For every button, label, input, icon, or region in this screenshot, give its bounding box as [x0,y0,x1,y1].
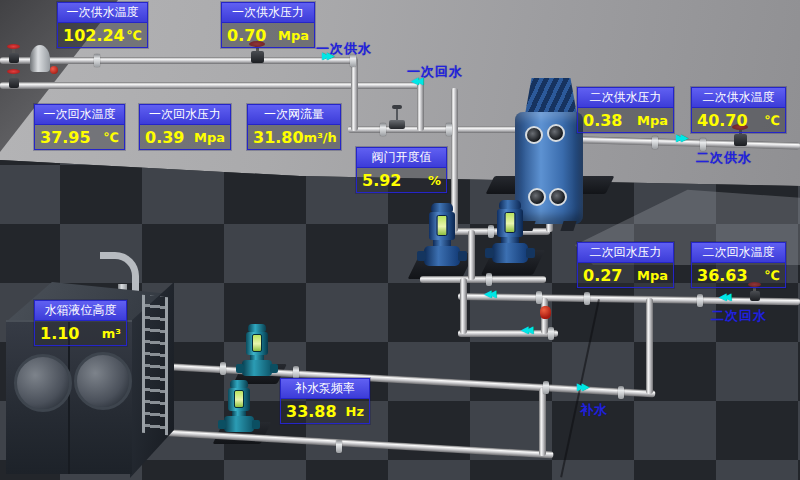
flow-arrow-right-icon: ▶▶ [577,381,589,392]
flow-arrow-right-icon: ▶▶ [676,132,688,143]
label-title: 一次网流量 [248,105,340,125]
label-value: 5.92 [362,171,401,190]
pipe-flange [584,292,590,305]
label-value-row: 1.10m³ [35,321,126,345]
valve-body [9,53,19,63]
sensor-label-secondary-return-temp: 二次回水温度 36.63℃ [691,242,786,288]
label-unit: Mpa [637,268,668,283]
pump-indicator-window [234,390,244,408]
flow-arrow-left-icon: ◀◀ [484,288,496,299]
pump-volute [492,243,528,263]
pump-indicator-window [505,212,516,233]
sensor-label-primary-return-pressure: 一次回水压力 0.39Mpa [139,104,231,150]
label-unit: Mpa [194,130,225,145]
label-unit: m³ [102,326,121,341]
pipe-primary-return [0,82,424,89]
pipe-primary-supply [0,57,358,64]
flow-arrow-left-icon: ◀◀ [521,324,533,335]
circulation-pump-1[interactable] [424,203,460,266]
label-value-row: 5.92% [357,168,446,192]
pipe-makeup-riser [646,298,653,394]
hx-port [525,126,543,144]
label-title: 一次供水压力 [222,3,314,23]
label-value: 36.63 [697,266,748,285]
hx-port [549,188,567,206]
shutoff-valve[interactable] [7,69,20,88]
label-value-row: 0.27Mpa [578,263,673,287]
hmi-scene: ▶▶ ◀◀ ▶▶ ◀◀ ◀◀ ◀◀ ▶▶ [0,0,800,480]
label-value-row: 36.63℃ [692,263,785,287]
tank-manhole [74,352,132,410]
control-valve-stem [396,109,398,120]
pressure-gauge-icon [50,66,58,74]
pipe-flange [618,386,624,399]
label-title: 一次回水温度 [35,105,124,125]
valve-body [750,291,760,301]
label-value: 0.38 [583,111,622,130]
flow-arrow-left-icon: ◀◀ [719,291,731,302]
label-title: 水箱液位高度 [35,301,126,321]
pump-motor [228,388,250,411]
makeup-pump-1[interactable] [242,324,272,376]
pipe-flange [94,54,100,67]
valve-body [734,134,747,146]
label-title: 补水泵频率 [281,379,369,399]
pipe-flange [697,294,703,307]
pipe-flange [220,362,226,375]
valve-body [251,51,264,63]
pipe-riser [460,278,467,334]
label-unit: ℃ [764,113,780,128]
label-unit: ℃ [126,28,142,43]
hx-port [547,124,565,142]
label-value: 0.39 [145,128,184,147]
pipe-flange [380,123,386,136]
pipe-pump-manifold-lower [420,276,546,283]
pipe-flange [486,273,492,286]
label-title: 二次回水温度 [692,243,785,263]
label-unit: % [428,173,441,188]
pipe-primary-to-hx [348,126,532,133]
pump-motor [429,212,455,240]
red-valve-actuator[interactable] [540,306,551,319]
label-unit: ℃ [764,268,780,283]
sensor-label-primary-supply-pressure: 一次供水压力 0.70Mpa [221,2,315,48]
label-unit: Mpa [278,28,309,43]
control-valve[interactable] [389,105,405,129]
pump-cap [230,380,248,388]
strainer-filter [30,45,50,72]
label-value-row: 40.70℃ [692,108,785,132]
label-value-row: 33.88Hz [281,399,369,423]
pump-volute [224,416,254,432]
label-unit: ℃ [103,130,119,145]
pipe-flange [543,381,549,394]
label-title: 一次回水压力 [140,105,230,125]
pipe-flange [652,136,658,149]
valve-body [9,78,19,88]
sensor-label-tank-level: 水箱液位高度 1.10m³ [34,300,127,346]
pipe-flange [536,291,542,304]
label-value-row: 102.24℃ [58,23,147,47]
label-value: 0.70 [227,26,266,45]
pipe-flange [548,327,554,340]
pipe-riser [468,230,475,280]
label-value-row: 0.70Mpa [222,23,314,47]
pump-cap [248,324,266,332]
label-title: 二次供水压力 [578,88,673,108]
pump-volute [242,360,272,376]
label-title: 二次供水温度 [692,88,785,108]
shutoff-valve[interactable] [7,44,20,63]
label-value: 102.24 [63,26,125,45]
circulation-pump-2[interactable] [492,200,528,263]
label-value: 1.10 [40,324,79,343]
pump-indicator-window [437,215,448,236]
label-value: 31.80 [253,128,304,147]
tank-manhole [14,354,72,412]
label-value: 40.70 [697,111,748,130]
makeup-pump-2[interactable] [224,380,254,432]
pump-volute [424,246,460,266]
tank-ladder [142,295,168,436]
sensor-label-makeup-pump-frequency: 补水泵频率 33.88Hz [280,378,370,424]
pipe-label-secondary-return: 二次回水 [711,307,767,325]
label-unit: m³/h [304,130,337,145]
label-unit: Hz [346,404,364,419]
